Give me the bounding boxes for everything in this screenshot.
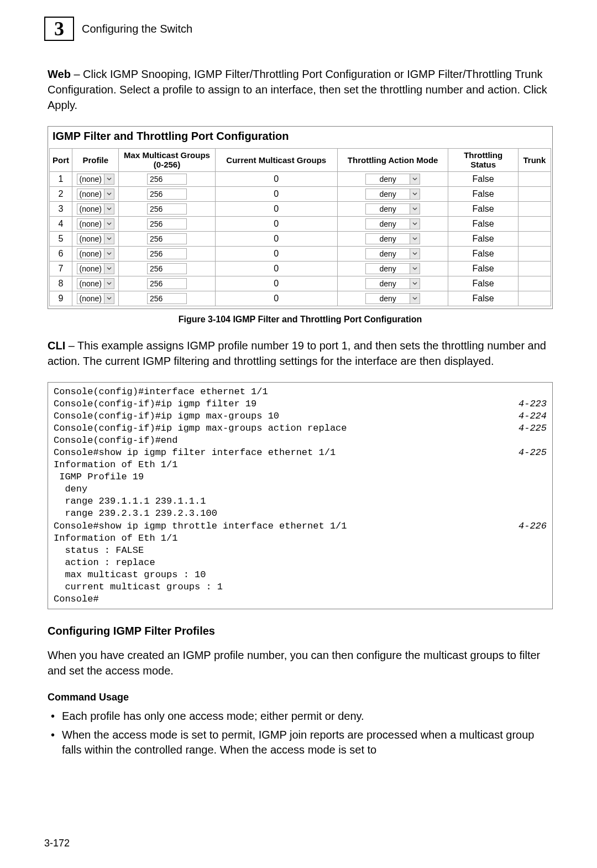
throttling-action-dropdown[interactable]: deny (365, 278, 420, 289)
cell-trunk (518, 246, 551, 261)
throttling-action-dropdown[interactable]: deny (365, 233, 420, 244)
cli-text: Console(config)#interface ethernet 1/1 (54, 386, 268, 398)
list-item: When the access mode is set to permit, I… (48, 728, 553, 758)
cell-profile: (none) (72, 276, 119, 291)
page-number: 3-172 (44, 838, 70, 849)
table-row: 3(none)2560denyFalse (50, 201, 551, 216)
cell-port: 9 (50, 291, 72, 306)
profile-dropdown[interactable]: (none) (77, 203, 114, 215)
cli-text: Console(config-if)#ip igmp max-groups 10 (54, 410, 279, 422)
profile-dropdown-value: (none) (77, 205, 104, 213)
cell-current: 0 (215, 201, 337, 216)
throttling-action-dropdown[interactable]: deny (365, 248, 420, 259)
cli-text: Information of Eth 1/1 (54, 459, 177, 471)
throttling-action-value: deny (366, 175, 409, 184)
profile-dropdown[interactable]: (none) (77, 263, 114, 274)
profile-dropdown-value: (none) (77, 249, 104, 258)
cell-current: 0 (215, 276, 337, 291)
cell-trunk (518, 261, 551, 276)
throttling-action-dropdown[interactable]: deny (365, 203, 420, 215)
chevron-down-icon (104, 294, 114, 304)
max-groups-input[interactable]: 256 (147, 218, 187, 229)
cli-text: range 239.1.1.1 239.1.1.1 (54, 495, 206, 508)
cli-line: Information of Eth 1/1 (54, 459, 547, 471)
th-current: Current Multicast Groups (215, 149, 337, 172)
cli-text: deny (54, 483, 87, 495)
section-paragraph: When you have created an IGMP profile nu… (48, 647, 553, 678)
cell-action: deny (337, 231, 448, 246)
max-groups-input[interactable]: 256 (147, 263, 187, 274)
profile-dropdown[interactable]: (none) (77, 293, 114, 304)
profile-dropdown-value: (none) (77, 219, 104, 228)
cell-action: deny (337, 216, 448, 231)
profile-dropdown[interactable]: (none) (77, 278, 114, 289)
profile-dropdown[interactable]: (none) (77, 248, 114, 259)
throttling-action-dropdown[interactable]: deny (365, 218, 420, 229)
profile-dropdown[interactable]: (none) (77, 189, 114, 200)
cli-text: Console#show ip igmp filter interface et… (54, 447, 336, 459)
cli-line: Console(config-if)#ip igmp max-groups ac… (54, 422, 547, 435)
cli-line: max multicast groups : 10 (54, 569, 547, 581)
cell-status: False (448, 201, 519, 216)
cell-action: deny (337, 291, 448, 306)
cli-line: Console#show ip igmp filter interface et… (54, 447, 547, 459)
list-item: Each profile has only one access mode; e… (48, 709, 553, 724)
cell-action: deny (337, 201, 448, 216)
max-groups-input[interactable]: 256 (147, 278, 187, 289)
cli-body: – This example assigns IGMP profile numb… (48, 339, 546, 367)
cli-line: deny (54, 483, 547, 495)
cell-status: False (448, 171, 519, 186)
cell-port: 4 (50, 216, 72, 231)
cell-max: 256 (119, 216, 215, 231)
web-lead: Web (48, 68, 71, 80)
chevron-down-icon (104, 249, 114, 259)
throttling-action-value: deny (366, 205, 409, 213)
throttling-action-value: deny (366, 219, 409, 228)
command-usage-heading: Command Usage (48, 692, 553, 703)
cell-max: 256 (119, 261, 215, 276)
max-groups-input[interactable]: 256 (147, 203, 187, 215)
panel-title: IGMP Filter and Throttling Port Configur… (49, 130, 551, 148)
throttling-action-dropdown[interactable]: deny (365, 189, 420, 200)
profile-dropdown[interactable]: (none) (77, 174, 114, 185)
max-groups-input[interactable]: 256 (147, 174, 187, 185)
max-groups-input[interactable]: 256 (147, 293, 187, 304)
table-row: 5(none)2560denyFalse (50, 231, 551, 246)
cli-line: IGMP Profile 19 (54, 471, 547, 483)
throttling-action-value: deny (366, 234, 409, 243)
max-groups-input[interactable]: 256 (147, 248, 187, 259)
th-max: Max Multicast Groups (0-256) (119, 149, 215, 172)
cli-text: Console# (54, 593, 99, 605)
cli-line: current multicast groups : 1 (54, 581, 547, 593)
cell-max: 256 (119, 246, 215, 261)
cell-status: False (448, 216, 519, 231)
cli-text: IGMP Profile 19 (54, 471, 144, 483)
max-groups-input[interactable]: 256 (147, 189, 187, 200)
cell-status: False (448, 261, 519, 276)
cli-text: current multicast groups : 1 (54, 581, 223, 593)
throttling-action-dropdown[interactable]: deny (365, 263, 420, 274)
cli-text: Information of Eth 1/1 (54, 532, 177, 545)
profile-dropdown-value: (none) (77, 264, 104, 273)
cell-status: False (448, 291, 519, 306)
cli-ref: 4-226 (519, 520, 547, 532)
cell-profile: (none) (72, 186, 119, 201)
table-row: 9(none)2560denyFalse (50, 291, 551, 306)
profile-dropdown[interactable]: (none) (77, 233, 114, 244)
throttling-action-dropdown[interactable]: deny (365, 293, 420, 304)
cell-max: 256 (119, 291, 215, 306)
throttling-action-dropdown[interactable]: deny (365, 174, 420, 185)
cell-current: 0 (215, 216, 337, 231)
max-groups-input[interactable]: 256 (147, 233, 187, 244)
profile-dropdown-value: (none) (77, 234, 104, 243)
chevron-down-icon (410, 264, 420, 274)
throttling-action-value: deny (366, 294, 409, 303)
cell-current: 0 (215, 246, 337, 261)
cli-line: action : replace (54, 557, 547, 569)
cell-trunk (518, 276, 551, 291)
cli-text: Console#show ip igmp throttle interface … (54, 520, 347, 532)
chevron-down-icon (410, 219, 420, 229)
chevron-down-icon (410, 249, 420, 259)
cell-trunk (518, 186, 551, 201)
profile-dropdown[interactable]: (none) (77, 218, 114, 229)
